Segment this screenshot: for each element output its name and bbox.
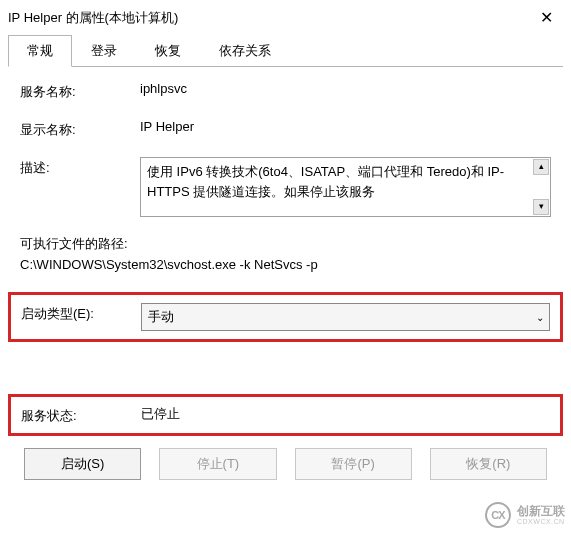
highlight-startup-type: 启动类型(E): 手动 ⌄	[8, 292, 563, 342]
tab-general[interactable]: 常规	[8, 35, 72, 67]
watermark-logo-icon: CX	[485, 502, 511, 528]
value-exe-path: C:\WINDOWS\System32\svchost.exe -k NetSv…	[20, 257, 551, 272]
description-text: 使用 IPv6 转换技术(6to4、ISATAP、端口代理和 Teredo)和 …	[147, 164, 504, 199]
stop-button: 停止(T)	[159, 448, 276, 480]
row-description: 描述: 使用 IPv6 转换技术(6to4、ISATAP、端口代理和 Tered…	[20, 157, 551, 217]
row-startup-type: 启动类型(E): 手动 ⌄	[21, 303, 550, 331]
label-description: 描述:	[20, 157, 140, 177]
watermark-sub: CDXWCX.CN	[517, 518, 565, 525]
watermark: CX 创新互联 CDXWCX.CN	[485, 502, 565, 528]
label-service-name: 服务名称:	[20, 81, 140, 101]
window-title: IP Helper 的属性(本地计算机)	[8, 9, 178, 27]
tabs: 常规 登录 恢复 依存关系	[8, 35, 563, 67]
label-exe-path: 可执行文件的路径:	[20, 235, 551, 253]
value-service-name: iphlpsvc	[140, 81, 551, 96]
value-display-name: IP Helper	[140, 119, 551, 134]
button-row: 启动(S) 停止(T) 暂停(P) 恢复(R)	[20, 448, 551, 480]
row-service-status: 服务状态: 已停止	[21, 405, 550, 425]
watermark-text: 创新互联	[517, 505, 565, 518]
scroll-down-icon[interactable]: ▾	[533, 199, 549, 215]
row-service-name: 服务名称: iphlpsvc	[20, 81, 551, 101]
tab-logon[interactable]: 登录	[72, 35, 136, 66]
title-bar: IP Helper 的属性(本地计算机) ✕	[0, 0, 571, 31]
scroll-up-icon[interactable]: ▴	[533, 159, 549, 175]
start-button[interactable]: 启动(S)	[24, 448, 141, 480]
pause-button: 暂停(P)	[295, 448, 412, 480]
label-service-status: 服务状态:	[21, 405, 141, 425]
label-startup-type: 启动类型(E):	[21, 303, 141, 323]
highlight-service-status: 服务状态: 已停止	[8, 394, 563, 436]
row-display-name: 显示名称: IP Helper	[20, 119, 551, 139]
startup-type-value: 手动	[141, 303, 550, 331]
tab-dependencies[interactable]: 依存关系	[200, 35, 290, 66]
label-display-name: 显示名称:	[20, 119, 140, 139]
close-icon[interactable]: ✕	[534, 8, 559, 27]
tab-content: 服务名称: iphlpsvc 显示名称: IP Helper 描述: 使用 IP…	[0, 67, 571, 490]
tab-recovery[interactable]: 恢复	[136, 35, 200, 66]
resume-button: 恢复(R)	[430, 448, 547, 480]
row-exe-path: 可执行文件的路径: C:\WINDOWS\System32\svchost.ex…	[20, 235, 551, 272]
startup-type-select[interactable]: 手动 ⌄	[141, 303, 550, 331]
description-textbox[interactable]: 使用 IPv6 转换技术(6to4、ISATAP、端口代理和 Teredo)和 …	[140, 157, 551, 217]
value-service-status: 已停止	[141, 405, 550, 423]
